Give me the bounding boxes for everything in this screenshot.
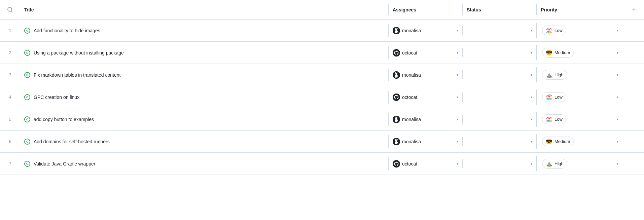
chevron-down-icon[interactable]: ▾ (531, 140, 532, 143)
row-title-cell[interactable]: Add functionality to hide images (20, 25, 388, 36)
status-header: Status (462, 4, 536, 15)
chevron-down-icon[interactable]: ▾ (531, 95, 532, 99)
chevron-down-icon[interactable]: ▾ (531, 162, 532, 166)
assignee-name: monalisa (402, 28, 421, 33)
chevron-down-icon[interactable]: ▾ (617, 117, 618, 121)
priority-label: High (554, 72, 564, 77)
chevron-down-icon[interactable]: ▾ (457, 51, 458, 54)
priority-emoji-icon: 😎 (546, 49, 552, 56)
priority-badge[interactable]: 🏖️ Low (542, 26, 566, 35)
priority-badge[interactable]: 🏖️ Low (542, 114, 566, 124)
row-extra-cell (624, 131, 644, 152)
svg-rect-5 (395, 32, 396, 33)
table-body: 1 Add functionality to hide images (0, 20, 644, 175)
priority-badge[interactable]: ⛰️ High (542, 70, 567, 80)
row-extra-cell (624, 42, 644, 64)
table-row: 2 Using a package without installing pac… (0, 42, 644, 64)
chevron-down-icon[interactable]: ▾ (617, 95, 618, 99)
priority-emoji-icon: 🏖️ (546, 27, 552, 34)
avatar (393, 71, 400, 79)
priority-badge[interactable]: 😎 Medium (542, 137, 574, 146)
svg-point-7 (393, 49, 400, 57)
assignee-name: octocat (402, 161, 417, 167)
priority-cell[interactable]: ⛰️ High ▾ (536, 156, 624, 171)
priority-cell[interactable]: 🏖️ Low ▾ (536, 89, 624, 105)
chevron-down-icon[interactable]: ▾ (531, 73, 532, 77)
chevron-down-icon[interactable]: ▾ (617, 51, 618, 54)
svg-rect-13 (395, 77, 396, 78)
assignee-cell[interactable]: octocat ▾ (388, 91, 462, 104)
chevron-down-icon[interactable]: ▾ (531, 29, 532, 32)
row-title-cell[interactable]: Validate Java Gradle wrapper (20, 158, 388, 170)
issue-title: add copy button to examples (34, 117, 94, 122)
assignee-cell[interactable]: monalisa ▾ (388, 24, 462, 37)
assignee-row: octocat (393, 49, 454, 57)
assignee-row: monalisa (393, 116, 454, 123)
status-cell[interactable]: ▾ (462, 115, 536, 124)
assignee-cell[interactable]: monalisa ▾ (388, 135, 462, 148)
row-title-cell[interactable]: Add domains for self-hosted runners (20, 136, 388, 147)
priority-label: Low (554, 117, 563, 122)
chevron-down-icon[interactable]: ▾ (457, 117, 458, 121)
status-cell[interactable]: ▾ (462, 26, 536, 35)
chevron-down-icon[interactable]: ▾ (457, 95, 458, 99)
assignee-name: monalisa (402, 72, 421, 78)
assignee-cell[interactable]: octocat ▾ (388, 157, 462, 170)
assignee-cell[interactable]: octocat ▾ (388, 46, 462, 59)
row-title-cell[interactable]: add copy button to examples (20, 114, 388, 125)
row-number: 7 (0, 158, 20, 169)
issue-status-icon (24, 116, 30, 122)
assignee-row: monalisa (393, 27, 454, 34)
priority-cell[interactable]: 😎 Medium ▾ (536, 45, 624, 60)
status-cell[interactable]: ▾ (462, 137, 536, 146)
issue-title: Validate Java Gradle wrapper (34, 161, 95, 167)
status-dot (26, 30, 28, 32)
priority-cell[interactable]: 🏖️ Low ▾ (536, 112, 624, 127)
chevron-down-icon[interactable]: ▾ (457, 162, 458, 166)
issue-status-icon (24, 139, 30, 145)
row-title-cell[interactable]: Using a package without installing packa… (20, 47, 388, 59)
svg-rect-29 (397, 143, 397, 144)
row-title-cell[interactable]: Fix markdown tables in translated conten… (20, 69, 388, 81)
chevron-down-icon[interactable]: ▾ (617, 29, 618, 32)
svg-rect-28 (395, 143, 396, 144)
chevron-down-icon[interactable]: ▾ (617, 162, 618, 166)
search-button[interactable] (0, 4, 20, 15)
issues-table: Title Assignees Status Priority + 1 Add … (0, 0, 644, 220)
priority-cell[interactable]: ⛰️ High ▾ (536, 67, 624, 82)
assignee-row: octocat (393, 94, 454, 101)
chevron-down-icon[interactable]: ▾ (617, 140, 618, 143)
status-cell[interactable]: ▾ (462, 70, 536, 79)
table-row: 5 add copy button to examples (0, 108, 644, 131)
priority-badge[interactable]: 😎 Medium (542, 48, 574, 58)
row-number: 4 (0, 92, 20, 102)
status-cell[interactable]: ▾ (462, 48, 536, 57)
status-dot (26, 141, 28, 143)
assignee-cell[interactable]: monalisa ▾ (388, 69, 462, 81)
table-row: 1 Add functionality to hide images (0, 20, 644, 42)
chevron-down-icon[interactable]: ▾ (457, 140, 458, 143)
priority-cell[interactable]: 🏖️ Low ▾ (536, 23, 624, 38)
add-column-button[interactable]: + (624, 3, 644, 16)
row-number: 1 (0, 25, 20, 36)
chevron-down-icon[interactable]: ▾ (531, 117, 532, 121)
chevron-down-icon[interactable]: ▾ (617, 73, 618, 77)
svg-point-15 (393, 94, 400, 101)
issue-status-icon (24, 94, 30, 100)
chevron-down-icon[interactable]: ▾ (531, 51, 532, 54)
avatar (393, 138, 400, 145)
issue-status-icon (24, 72, 30, 78)
priority-emoji-icon: ⛰️ (546, 72, 552, 78)
status-cell[interactable]: ▾ (462, 159, 536, 168)
chevron-down-icon[interactable]: ▾ (457, 73, 458, 77)
priority-badge[interactable]: ⛰️ High (542, 159, 567, 169)
priority-cell[interactable]: 😎 Medium ▾ (536, 134, 624, 149)
status-cell[interactable]: ▾ (462, 93, 536, 102)
chevron-down-icon[interactable]: ▾ (457, 29, 458, 32)
priority-label: Low (554, 95, 563, 100)
row-title-cell[interactable]: GPC creation on linux (20, 91, 388, 103)
row-number: 3 (0, 70, 20, 80)
priority-badge[interactable]: 🏖️ Low (542, 92, 566, 102)
issue-status-icon (24, 161, 30, 167)
assignee-cell[interactable]: monalisa ▾ (388, 113, 462, 126)
